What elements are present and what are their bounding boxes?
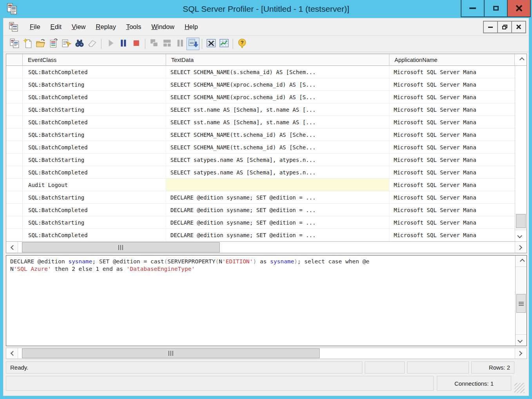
text-data-cell[interactable]: SELECT satypes.name AS [Schema], atypes.…	[166, 154, 389, 166]
application-name-cell[interactable]: Microsoft SQL Server Mana	[389, 129, 527, 141]
trace-row[interactable]: SQL:BatchCompletedSELECT SCHEMA_NAME(tt.…	[6, 141, 527, 154]
event-class-cell[interactable]: SQL:BatchCompleted	[23, 116, 166, 128]
row-selector-cell[interactable]	[6, 229, 23, 241]
application-name-cell[interactable]: Microsoft SQL Server Mana	[389, 116, 527, 128]
application-name-cell[interactable]: Microsoft SQL Server Mana	[389, 154, 527, 166]
row-selector-cell[interactable]	[6, 129, 23, 141]
grid-scroll-down-button[interactable]	[515, 230, 527, 241]
open-trace-file-button[interactable]	[34, 38, 47, 50]
help-button[interactable]: ?	[235, 38, 248, 50]
mdi-close-button[interactable]	[511, 21, 526, 33]
text-data-cell[interactable]: DECLARE @edition sysname; SET @edition =…	[166, 191, 389, 203]
application-name-cell[interactable]: Microsoft SQL Server Mana	[389, 141, 527, 153]
menu-window[interactable]: Window	[146, 22, 179, 32]
row-selector-cell[interactable]	[6, 91, 23, 103]
grid-vertical-scrollbar-thumb[interactable]	[516, 214, 526, 228]
trace-row[interactable]: SQL:BatchCompletedDECLARE @edition sysna…	[6, 229, 527, 241]
minimize-button[interactable]	[461, 0, 485, 17]
open-trace-table-button[interactable]	[47, 38, 60, 50]
event-class-cell[interactable]: SQL:BatchStarting	[23, 191, 166, 203]
auto-scroll-button[interactable]	[186, 38, 199, 50]
trace-row[interactable]: Audit LogoutMicrosoft SQL Server Mana	[6, 179, 527, 191]
menu-file[interactable]: File	[25, 22, 45, 32]
grid-scroll-up-button[interactable]	[515, 54, 527, 66]
menu-edit[interactable]: Edit	[45, 22, 67, 32]
event-class-cell[interactable]: SQL:BatchCompleted	[23, 141, 166, 153]
column-header-textdata[interactable]: TextData	[166, 54, 389, 66]
application-name-cell[interactable]: Microsoft SQL Server Mana	[389, 78, 527, 91]
mdi-minimize-button[interactable]	[483, 21, 498, 33]
trace-row[interactable]: SQL:BatchStartingSELECT SCHEMA_NAME(xpro…	[6, 78, 527, 91]
text-data-cell[interactable]: SELECT SCHEMA_NAME(tt.schema_id) AS [Sch…	[166, 129, 389, 141]
event-class-cell[interactable]: SQL:BatchCompleted	[23, 204, 166, 216]
menu-replay[interactable]: Replay	[91, 22, 121, 32]
row-selector-cell[interactable]	[6, 216, 23, 229]
grouped-events-button[interactable]	[204, 38, 217, 50]
text-data-cell[interactable]: SELECT SCHEMA_NAME(xproc.schema_id) AS […	[166, 78, 389, 91]
event-class-cell[interactable]: SQL:BatchStarting	[23, 129, 166, 141]
mdi-restore-button[interactable]	[497, 21, 512, 33]
trace-row[interactable]: SQL:BatchCompletedSELECT satypes.name AS…	[6, 166, 527, 179]
grid-hscroll-thumb[interactable]	[22, 242, 220, 252]
maximize-button[interactable]	[484, 0, 508, 17]
title-bar[interactable]: SQL Server Profiler - [Untitled - 1 (tes…	[0, 0, 532, 18]
panel-horizontal-scrollbar[interactable]	[6, 348, 527, 359]
event-class-cell[interactable]: Audit Logout	[23, 179, 166, 191]
panel-hscroll-thumb[interactable]	[22, 348, 320, 358]
grid-scroll-right-button[interactable]	[515, 242, 527, 253]
panel-scroll-down-button[interactable]	[516, 334, 527, 346]
trace-row[interactable]: SQL:BatchStartingSELECT SCHEMA_NAME(tt.s…	[6, 129, 527, 141]
row-selector-cell[interactable]	[6, 179, 23, 191]
trace-row[interactable]: SQL:BatchStartingDECLARE @edition sysnam…	[6, 216, 527, 229]
row-selector-cell[interactable]	[6, 78, 23, 91]
pause-trace-button[interactable]	[117, 38, 130, 50]
trace-row[interactable]: SQL:BatchCompletedSELECT SCHEMA_NAME(s.s…	[6, 66, 527, 78]
properties-button[interactable]	[60, 38, 73, 50]
text-data-cell[interactable]: DECLARE @edition sysname; SET @edition =…	[166, 216, 389, 229]
aggregate-view-button[interactable]	[217, 38, 230, 50]
resize-grip[interactable]	[514, 383, 525, 393]
menu-tools[interactable]: Tools	[121, 22, 147, 32]
text-data-cell[interactable]: SELECT SCHEMA_NAME(tt.schema_id) AS [Sch…	[166, 141, 389, 153]
trace-row[interactable]: SQL:BatchStartingSELECT sst.name AS [Sch…	[6, 103, 527, 116]
grid-scroll-left-button[interactable]	[6, 242, 18, 253]
row-selector-cell[interactable]	[6, 191, 23, 203]
text-data-cell[interactable]	[166, 179, 389, 191]
text-data-cell[interactable]: DECLARE @edition sysname; SET @edition =…	[166, 229, 389, 241]
text-data-cell[interactable]: SELECT sst.name AS [Schema], st.name AS …	[166, 116, 389, 128]
application-name-cell[interactable]: Microsoft SQL Server Mana	[389, 179, 527, 191]
text-data-cell[interactable]: SELECT SCHEMA_NAME(xproc.schema_id) AS […	[166, 91, 389, 103]
event-class-cell[interactable]: SQL:BatchCompleted	[23, 229, 166, 241]
text-data-cell[interactable]: SELECT SCHEMA_NAME(s.schema_id) AS [Sche…	[166, 66, 389, 78]
clear-trace-button[interactable]	[86, 38, 99, 50]
row-selector-header[interactable]	[6, 54, 23, 66]
close-button[interactable]	[507, 0, 531, 17]
application-name-cell[interactable]: Microsoft SQL Server Mana	[389, 191, 527, 203]
event-class-cell[interactable]: SQL:BatchStarting	[23, 78, 166, 91]
event-class-cell[interactable]: SQL:BatchCompleted	[23, 66, 166, 78]
trace-properties-button[interactable]	[8, 38, 21, 50]
application-name-cell[interactable]: Microsoft SQL Server Mana	[389, 66, 527, 78]
row-selector-cell[interactable]	[6, 154, 23, 166]
text-data-cell[interactable]: SELECT satypes.name AS [Schema], atypes.…	[166, 166, 389, 178]
application-name-cell[interactable]: Microsoft SQL Server Mana	[389, 103, 527, 116]
event-class-cell[interactable]: SQL:BatchCompleted	[23, 91, 166, 103]
grid-horizontal-scrollbar[interactable]	[6, 241, 527, 253]
application-name-cell[interactable]: Microsoft SQL Server Mana	[389, 216, 527, 229]
menu-view[interactable]: View	[67, 22, 90, 32]
trace-row[interactable]: SQL:BatchStartingSELECT satypes.name AS …	[6, 154, 527, 166]
panel-hscroll-track[interactable]	[18, 348, 515, 359]
row-selector-cell[interactable]	[6, 103, 23, 116]
panel-scroll-up-button[interactable]	[516, 256, 527, 267]
trace-row[interactable]: SQL:BatchCompletedSELECT sst.name AS [Sc…	[6, 116, 527, 129]
grid-vertical-scrollbar[interactable]	[515, 66, 527, 241]
stop-trace-button[interactable]	[130, 38, 143, 50]
application-name-cell[interactable]: Microsoft SQL Server Mana	[389, 166, 527, 178]
panel-scroll-right-button[interactable]	[515, 348, 527, 359]
event-class-cell[interactable]: SQL:BatchStarting	[23, 103, 166, 116]
column-header-eventclass[interactable]: EventClass	[23, 54, 166, 66]
text-data-panel[interactable]: DECLARE @edition sysname; SET @edition =…	[6, 255, 527, 346]
event-class-cell[interactable]: SQL:BatchStarting	[23, 216, 166, 229]
row-selector-cell[interactable]	[6, 166, 23, 178]
event-class-cell[interactable]: SQL:BatchCompleted	[23, 166, 166, 178]
